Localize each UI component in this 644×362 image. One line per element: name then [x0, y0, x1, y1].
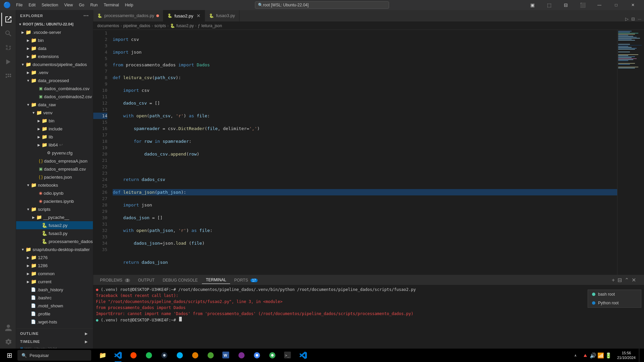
- tree-item-profile[interactable]: ▶ 📄 .profile: [16, 310, 93, 318]
- menu-terminal[interactable]: Terminal: [101, 2, 121, 8]
- taskbar-app-3[interactable]: [126, 349, 141, 362]
- tree-item-scripts[interactable]: ▼ 📁 scripts: [16, 205, 93, 213]
- menu-selection[interactable]: Selection: [39, 2, 61, 8]
- tree-item-pycache[interactable]: ▶ 📁 __pycache__: [16, 213, 93, 221]
- outline-header[interactable]: OUTLINE ▶: [16, 328, 93, 337]
- tree-item-motd-shown[interactable]: ▶ 📄 .motd_shown: [16, 302, 93, 310]
- tree-item-current[interactable]: ▶ 📁 current: [16, 278, 93, 286]
- split-terminal-btn[interactable]: ⊟: [618, 277, 622, 283]
- tree-item-pacientes-json[interactable]: ▶ { } pacientes.json: [16, 173, 93, 181]
- taskbar-app-9[interactable]: [234, 349, 249, 362]
- split-editor-btn[interactable]: ⊟: [631, 16, 635, 21]
- tree-item-pyvenv[interactable]: ▶ ⚙ pyvenv.cfg: [16, 149, 93, 157]
- tree-item-common[interactable]: ▶ 📁 common: [16, 269, 93, 278]
- tray-chevron[interactable]: ∧: [572, 349, 579, 362]
- show-desktop-btn[interactable]: [639, 349, 641, 362]
- panel-expand-btn[interactable]: ⌃: [625, 277, 629, 283]
- tree-item-dados-empresa-b[interactable]: ▶ ▣ dados_empresaB.csv: [16, 165, 93, 173]
- tray-icons[interactable]: 🔺 🔊 📶 🔋: [580, 349, 614, 362]
- start-button[interactable]: ⊞: [3, 349, 16, 362]
- tree-item-venv[interactable]: ▶ 📁 .venv: [16, 68, 93, 76]
- tree-item-snap[interactable]: ▼ 📁 snap/ubuntu-desktop-installer: [16, 245, 93, 253]
- run-btn[interactable]: ▷: [625, 16, 629, 21]
- layout-btn-1[interactable]: ▣: [525, 0, 540, 10]
- breadcrumb-scripts[interactable]: scripts: [154, 23, 166, 28]
- clock[interactable]: 15:56 21/10/2024: [615, 349, 638, 362]
- taskbar-steam[interactable]: [157, 349, 172, 362]
- tree-item-venv-inner[interactable]: ▼ 📁 venv: [16, 109, 93, 117]
- tree-item-pacientes-ipynb[interactable]: ▶ ◉ pacientes.ipynb: [16, 197, 93, 205]
- tab-fusao3[interactable]: 🐍 fusao3.py: [205, 10, 239, 21]
- sidebar-more-btn[interactable]: ···: [84, 13, 89, 19]
- close-btn[interactable]: ✕: [625, 0, 641, 10]
- panel-tab-terminal[interactable]: TERMINAL: [202, 276, 230, 284]
- taskbar-word[interactable]: W: [219, 349, 233, 362]
- maximize-btn[interactable]: □: [608, 0, 624, 10]
- tree-root[interactable]: ▼ ROOT [WSL: UBUNTU-22.04]: [16, 20, 93, 28]
- breadcrumb-documentos[interactable]: documentos: [97, 23, 119, 28]
- new-terminal-btn[interactable]: +: [612, 277, 615, 283]
- tree-item-vscode-server[interactable]: ▶ 📁 .vscode-server: [16, 28, 93, 36]
- menu-file[interactable]: File: [13, 2, 25, 8]
- tree-item-venv-bin[interactable]: ▶ 📁 bin: [16, 117, 93, 125]
- taskbar-vscode[interactable]: [111, 349, 125, 362]
- terminal-content[interactable]: ● (.venv) root@DESKTOP-U3HKE4F:~# /root/…: [93, 285, 644, 349]
- menu-view[interactable]: View: [61, 2, 75, 8]
- tree-item-processamento-py[interactable]: ▶ 🐍 processamento_dados.py: [16, 237, 93, 245]
- menu-run[interactable]: Run: [88, 2, 100, 8]
- minimize-btn[interactable]: —: [592, 0, 607, 10]
- tab-fusao2[interactable]: 🐍 fusao2.py ✕: [163, 10, 205, 21]
- tree-item-include[interactable]: ▶ 📁 include: [16, 125, 93, 133]
- shell-item-bash[interactable]: bash root: [588, 290, 641, 299]
- tree-item-1276[interactable]: ▶ 📁 1276: [16, 253, 93, 261]
- breadcrumb-leitura-json[interactable]: leitura_json: [202, 23, 222, 28]
- title-search-bar[interactable]: 🔍 root [WSL: Ubuntu-22.04]: [255, 1, 389, 9]
- tree-item-lib64[interactable]: ▶ 📁 lib64 ↩: [16, 141, 93, 149]
- tree-item-notebooks[interactable]: ▼ 📁 notebooks: [16, 181, 93, 189]
- breadcrumb-fusao2[interactable]: fusao2.py: [176, 23, 194, 28]
- menu-go[interactable]: Go: [76, 2, 87, 8]
- tree-item-wget-hsts[interactable]: ▶ 📄 .wget-hsts: [16, 318, 93, 326]
- activity-source-control[interactable]: [1, 41, 15, 54]
- taskbar-search[interactable]: 🔍 Pesquisar: [17, 350, 91, 361]
- panel-tab-problems[interactable]: PROBLEMS 3: [96, 277, 134, 284]
- breadcrumb-pipeline[interactable]: pipeline_dados: [123, 23, 150, 28]
- tree-item-data-raw[interactable]: ▼ 📁 data_raw: [16, 101, 93, 109]
- activity-settings[interactable]: [1, 335, 15, 349]
- shell-item-python[interactable]: Python root: [588, 299, 641, 307]
- taskbar-file-explorer[interactable]: 📁: [95, 349, 110, 362]
- panel-tab-ports[interactable]: PORTS 17: [230, 277, 262, 284]
- layout-btn-2[interactable]: ⬚: [541, 0, 557, 10]
- tree-item-lib[interactable]: ▶ 📁 lib: [16, 133, 93, 141]
- menu-help[interactable]: Help: [122, 2, 136, 8]
- taskbar-app-5[interactable]: [172, 349, 187, 362]
- tree-item-data[interactable]: ▶ 📁 data: [16, 44, 93, 52]
- tree-item-fusao2-py[interactable]: ▶ 🐍 fusao2.py: [16, 221, 93, 229]
- tree-item-bash-history[interactable]: ▶ 📄 .bash_history: [16, 286, 93, 294]
- tree-item-odio-ipynb[interactable]: ▶ ◉ odio.ipynb: [16, 189, 93, 197]
- more-actions-btn[interactable]: ···: [638, 16, 641, 21]
- tree-item-fusao3-py[interactable]: ▶ 🐍 fusao3.py: [16, 229, 93, 237]
- tree-item-documentos[interactable]: ▼ 📁 documentos/pipeline_dados: [16, 60, 93, 68]
- activity-accounts[interactable]: [1, 321, 15, 335]
- menu-edit[interactable]: Edit: [26, 2, 38, 8]
- activity-run-debug[interactable]: [1, 55, 15, 68]
- activity-explorer[interactable]: [1, 13, 15, 26]
- code-content[interactable]: import csv import json from processament…: [110, 30, 617, 275]
- tree-item-extensions[interactable]: ▶ 📁 extensions: [16, 52, 93, 60]
- taskbar-chrome-2[interactable]: [265, 349, 280, 362]
- editor-content[interactable]: 1 2 3 4 5 6 7 8 9 10 11 12 13 14 15 16 1…: [93, 30, 644, 275]
- taskbar-app-7[interactable]: [203, 349, 218, 362]
- layout-btn-3[interactable]: ⊟: [558, 0, 574, 10]
- tree-item-1286[interactable]: ▶ 📁 1286: [16, 261, 93, 269]
- timeline-header[interactable]: TIMELINE ▶: [16, 337, 93, 345]
- layout-btn-4[interactable]: ⬛: [575, 0, 590, 10]
- tab-close-btn[interactable]: ✕: [197, 13, 201, 18]
- taskbar-terminal[interactable]: >_: [280, 349, 295, 362]
- panel-tab-output[interactable]: OUTPUT: [134, 277, 159, 284]
- tab-processamento[interactable]: 🐍 processamento_dados.py: [93, 10, 163, 21]
- tree-item-bashrc[interactable]: ▶ 📄 .bashrc: [16, 294, 93, 302]
- tree-item-data-processed[interactable]: ▼ 📁 data_processed: [16, 76, 93, 84]
- taskbar-spotify[interactable]: [142, 349, 156, 362]
- tree-item-dados-combinados2[interactable]: ▶ ▣ dados_combinados2.csv: [16, 93, 93, 101]
